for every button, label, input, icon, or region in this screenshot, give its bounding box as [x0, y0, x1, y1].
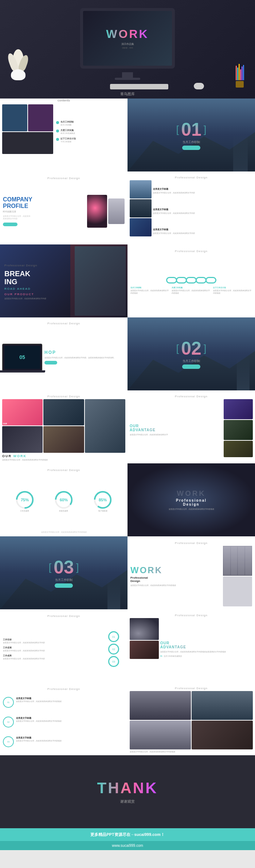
laptop-number: 05 [19, 354, 25, 360]
slide-persons-grid: Professional Design 这里是文字内容占位符，此处添加具体说明文… [128, 682, 255, 755]
company-btn[interactable] [3, 223, 17, 226]
number-circle-3: 03 [3, 736, 14, 747]
dot-3 [56, 138, 59, 141]
circles-text-3: 这里是文字内容占位符，此处添加具体说明文字内容 [3, 657, 101, 660]
chain-link-2 [176, 277, 187, 283]
adv-img-1 [224, 399, 253, 419]
section-btn-03[interactable] [55, 583, 73, 588]
textitems-label: Professional Design [3, 685, 125, 692]
photo-col-3 [130, 218, 152, 236]
slide-circles: Professional Design 工作目标 这里是文字内容占位符，此处添加… [0, 609, 128, 682]
ourwork-text: OUR WORK [2, 454, 27, 458]
row-7: [ 03 ] 当月工作职制 Professional Design WORK P… [0, 536, 255, 609]
circles-label: Professional Design [3, 612, 125, 619]
ti-text-3: 这里是文字内容占位符，此处添加具体说明文字内容描述 [16, 740, 62, 742]
persons-desc: 这里是文字内容占位符，此处添加具体说明文字内容描述 [130, 751, 253, 753]
slide-breaking: Professional Design BREAKING ROAD AHEAD … [0, 244, 128, 317]
bracket-right-01: ] [204, 124, 207, 135]
number-01: 01 [181, 120, 201, 139]
flowers-decoration [7, 55, 29, 91]
section-btn-02[interactable] [182, 364, 200, 369]
person-img-3 [130, 721, 191, 749]
circles-title-2: 工作进展 [3, 646, 101, 649]
row-thank: THANK 谢谢观赏 更多精品PPT资源尽在→sucai999.com！ www… [0, 755, 255, 850]
breaking-sub: ROAD AHEAD [4, 287, 123, 290]
breaking-text-1: BREAKING [4, 270, 123, 286]
slide-laptop: Professional Design 05 HOP 这里是文字内容占位符，此处… [0, 317, 128, 390]
slide-work-dark: WORK ProfessionalDesign 这里是文字内容占位符，此处添加具… [128, 463, 255, 536]
item-3-sub: 下月工作安排 [60, 140, 76, 143]
professional-design-text: ProfessionalDesign [130, 576, 221, 583]
breaking-label: Professional Design [4, 262, 123, 268]
text-item-row-3: 03 这里是文字标题 这里是文字内容占位符，此处添加具体说明文字内容描述 [3, 736, 125, 747]
monitor-container: WORK 演示作品集 演讲者：XXX 菁鸟图库 [0, 0, 255, 99]
prof2-desc1: 这里是文字内容占位符，此处添加具体说明文字内容 [153, 192, 253, 194]
circles-title-1: 工作目标 [3, 638, 101, 641]
laptop-btn[interactable] [44, 361, 57, 364]
laptop-mockup: 05 [2, 344, 42, 371]
photo-col-2 [130, 199, 152, 217]
prof2-title2: 这里是文字标题 [153, 208, 253, 211]
section-btn-01[interactable] [182, 146, 200, 150]
prof-label-1: Professional Design [3, 174, 125, 181]
chain-col1-text: 这里是文字内容占位符，此处添加具体说明文字内容描述 [130, 289, 169, 295]
row-6: Professional Design 75% 工作完成率 60% 目标完成率 [0, 463, 255, 536]
circle-3: 03 [108, 656, 119, 667]
svg-text:75%: 75% [21, 498, 29, 502]
prof-label-2: Professional Design [130, 174, 253, 180]
banner-text: 更多精品PPT资源尽在→sucai999.com！ [90, 832, 165, 837]
our-product: OUR PRODUCT [4, 293, 123, 296]
chain-col3-text: 这里是文字内容占位符，此处添加具体说明文字内容描述 [213, 289, 252, 295]
pie-chart-1: 75% [16, 491, 34, 509]
chain-label: Professional Design [130, 247, 252, 254]
item-1-title: 当月工作职制 [60, 120, 74, 124]
adv-img-2 [224, 420, 253, 440]
number-03: 03 [54, 558, 74, 576]
section-label-03: 当月工作职制 [55, 578, 72, 582]
persons-label: Professional Design [130, 684, 253, 691]
pie-2: 60% 目标完成率 [55, 491, 73, 512]
prof2-desc3: 这里是文字内容占位符，此处添加具体说明文字内容 [153, 232, 253, 235]
circles-text-1: 这里是文字内容占位符，此处添加具体说明文字内容 [3, 641, 101, 644]
monitor: WORK 演示作品集 演讲者：XXX [80, 12, 175, 80]
slide-advantage: Professional Design OURADVANTAGE 这里是文字内容… [128, 390, 255, 463]
ti-text-2: 这里是文字内容占位符，此处添加具体说明文字内容描述 [16, 720, 62, 722]
slide-prof-2: Professional Design 这里是文字标题 这里是文字内容占位符，此… [128, 171, 255, 244]
chain-link-4 [196, 277, 207, 283]
contents-photo-3 [2, 132, 53, 154]
ti-title-2: 这里是文字标题 [16, 717, 62, 720]
number-02: 02 [181, 339, 201, 358]
adv-img-3 [224, 441, 253, 457]
pie-1: 75% 工作完成率 [16, 491, 34, 512]
chain-col2-text: 这里是文字内容占位符，此处添加具体说明文字内容描述 [172, 289, 211, 295]
photo-col-1 [130, 180, 152, 198]
bracket-left-02: [ [176, 343, 179, 354]
green-banner: 更多精品PPT资源尽在→sucai999.com！ [0, 828, 255, 841]
workwhite-label: Professional Design [130, 539, 252, 546]
mouse [194, 83, 204, 89]
item-3-title: 以下工作主计划 [60, 137, 76, 140]
profile-img-person [108, 198, 125, 224]
contents-item-3: 以下工作主计划 下月工作安排 [56, 137, 125, 143]
slide-company-profile: Professional Design COMPANYPROFILE 时代创新沉… [0, 171, 128, 244]
company-title: COMPANYPROFILE [3, 196, 85, 209]
adv2-img-2 [130, 641, 159, 659]
person-img-4 [192, 721, 253, 749]
chain-link-3 [186, 277, 197, 283]
slide-section-03: [ 03 ] 当月工作职制 [0, 536, 128, 609]
circle-1: 01 [108, 631, 119, 642]
circles-title-3: 工作成果 [3, 654, 101, 657]
dot-2 [56, 130, 59, 132]
number-circle-2: 02 [3, 717, 14, 728]
person-img-2 [192, 691, 253, 720]
ti-title-1: 这里是文字标题 [16, 697, 62, 700]
work-dark-title: ProfessionalDesign [169, 498, 214, 506]
work-title: WORK [106, 27, 149, 41]
contents-photo-1 [2, 104, 27, 131]
ourwork-img-1: OUR [2, 399, 43, 425]
slide-our-work: Professional Design OUR OUR WORK 这里是文字内容… [0, 390, 128, 463]
svg-text:60%: 60% [60, 498, 68, 502]
bracket-right-03: ] [76, 562, 79, 573]
row-1: contents 当月工作职制 本月工作回顾 [0, 99, 255, 171]
pie-chart-2: 60% [55, 491, 73, 509]
